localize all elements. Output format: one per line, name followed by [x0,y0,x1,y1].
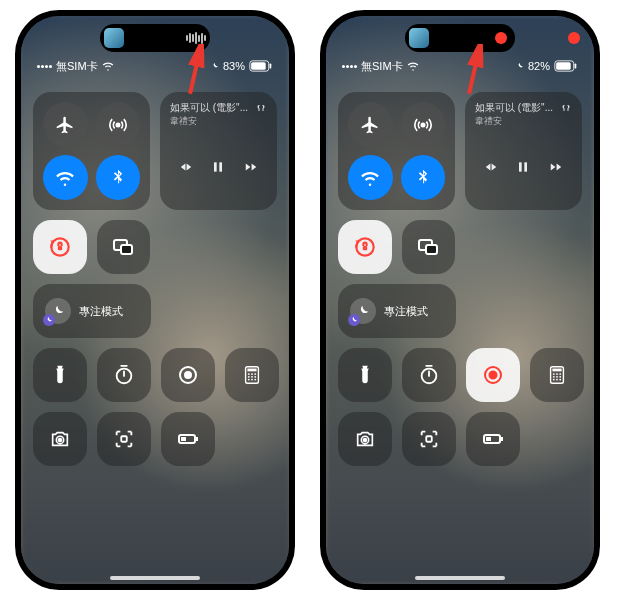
control-center: 如果可以 (電影"... 韋禮安 [33,92,277,564]
wifi-icon [102,60,114,72]
prev-icon[interactable] [179,160,193,174]
carrier-label: 無SIM卡 [56,59,98,74]
svg-rect-1 [270,63,272,68]
svg-rect-28 [196,437,198,441]
prev-icon[interactable] [484,160,498,174]
calculator-button[interactable] [225,348,279,402]
cellular-toggle[interactable] [401,102,446,147]
focus-icon [45,298,71,324]
focus-status-icon [516,62,524,70]
svg-point-45 [490,372,497,379]
svg-rect-15 [247,369,256,372]
svg-rect-37 [525,162,528,171]
flashlight-button[interactable] [33,348,87,402]
airplane-toggle[interactable] [348,102,393,147]
svg-point-48 [553,373,555,375]
bluetooth-toggle[interactable] [96,155,141,200]
screen-record-button[interactable] [161,348,215,402]
battery-percent: 83% [223,60,245,72]
svg-point-19 [248,376,250,378]
carrier-label: 無SIM卡 [361,59,403,74]
focus-status-icon [211,62,219,70]
media-title: 如果可以 (電影"... [170,102,248,114]
svg-point-24 [254,379,256,381]
next-icon[interactable] [244,160,258,174]
screen-mirror-button[interactable] [402,220,456,274]
svg-rect-33 [575,63,577,68]
home-indicator[interactable] [415,576,505,580]
low-power-button[interactable] [466,412,520,466]
airplay-icon[interactable] [560,102,572,114]
pause-icon[interactable] [515,159,531,175]
svg-point-56 [559,379,561,381]
next-icon[interactable] [549,160,563,174]
camera-button[interactable] [338,412,392,466]
svg-point-23 [251,379,253,381]
airplane-toggle[interactable] [43,102,88,147]
focus-button[interactable]: 專注模式 [33,284,151,338]
svg-point-13 [185,372,191,378]
media-artist: 韋禮安 [475,115,553,128]
wifi-icon [407,60,419,72]
orientation-lock-button[interactable] [33,220,87,274]
svg-rect-2 [251,62,266,70]
now-playing-art [104,28,124,48]
timer-button[interactable] [97,348,151,402]
screen-record-button[interactable] [466,348,520,402]
focus-label: 專注模式 [384,304,428,319]
svg-point-21 [254,376,256,378]
focus-button[interactable]: 專注模式 [338,284,456,338]
orientation-lock-button[interactable] [338,220,392,274]
bluetooth-toggle[interactable] [401,155,446,200]
svg-point-25 [58,438,63,443]
battery-icon [249,60,273,72]
svg-rect-60 [501,437,503,441]
status-bar: 無SIM卡 83% [21,56,289,76]
dynamic-island[interactable] [100,24,210,52]
control-center: 如果可以 (電影"... 韋禮安 [338,92,582,564]
svg-rect-34 [556,62,571,70]
low-power-button[interactable] [161,412,215,466]
svg-point-57 [363,438,368,443]
svg-rect-5 [220,162,223,171]
svg-rect-61 [486,437,491,441]
svg-point-51 [553,376,555,378]
qr-scan-button[interactable] [402,412,456,466]
timer-button[interactable] [402,348,456,402]
media-controls[interactable]: 如果可以 (電影"... 韋禮安 [160,92,277,210]
battery-percent: 82% [528,60,550,72]
wifi-toggle[interactable] [43,155,88,200]
media-controls[interactable]: 如果可以 (電影"... 韋禮安 [465,92,582,210]
dynamic-island[interactable] [405,24,515,52]
calculator-button[interactable] [530,348,584,402]
svg-rect-58 [426,436,432,442]
home-indicator[interactable] [110,576,200,580]
camera-button[interactable] [33,412,87,466]
focus-label: 專注模式 [79,304,123,319]
svg-point-3 [116,123,119,126]
svg-rect-36 [519,162,522,171]
phone-left: 無SIM卡 83% [15,10,295,590]
svg-rect-47 [552,369,561,372]
svg-point-53 [559,376,561,378]
audio-waveform-icon [186,32,206,44]
svg-rect-9 [121,245,132,254]
svg-rect-26 [121,436,127,442]
qr-scan-button[interactable] [97,412,151,466]
svg-point-52 [556,376,558,378]
connectivity-group [33,92,150,210]
connectivity-group [338,92,455,210]
cellular-toggle[interactable] [96,102,141,147]
svg-point-50 [559,373,561,375]
screen-mirror-button[interactable] [97,220,151,274]
wifi-toggle[interactable] [348,155,393,200]
svg-point-16 [248,373,250,375]
focus-icon [350,298,376,324]
svg-point-35 [421,123,424,126]
flashlight-button[interactable] [338,348,392,402]
pause-icon[interactable] [210,159,226,175]
battery-icon [554,60,578,72]
svg-point-20 [251,376,253,378]
focus-sub-icon [348,314,360,326]
airplay-icon[interactable] [255,102,267,114]
